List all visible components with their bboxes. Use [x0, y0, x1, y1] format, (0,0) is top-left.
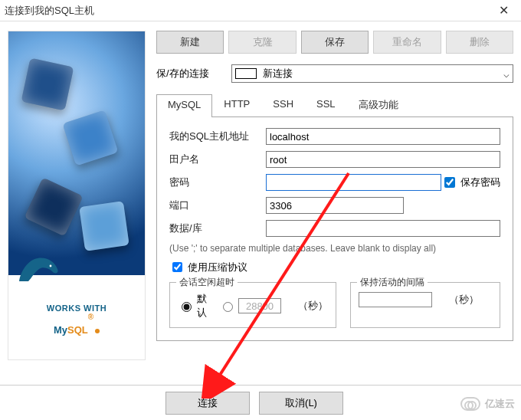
username-label: 田户名 — [169, 153, 266, 166]
content-area: WORKS WITH MySQL® 新建 克隆 保存 重命名 删除 保/存的连接… — [0, 21, 521, 385]
keepalive-group: 保持活动的间隔 （秒） — [350, 282, 500, 328]
keepalive-legend: 保持活动的间隔 — [357, 276, 428, 289]
close-icon[interactable]: ✕ — [490, 3, 516, 18]
watermark-text: 亿速云 — [485, 397, 515, 411]
top-buttons: 新建 克隆 保存 重命名 删除 — [156, 31, 513, 54]
password-label: 密码 — [169, 176, 266, 189]
idle-custom-radio[interactable] — [223, 302, 233, 312]
bottom-bar: 连接 取消(L) — [0, 385, 521, 415]
tab-page-mysql: 我的SQL主机地址 田户名 密码 保存密码 端口 数据/库 — [156, 117, 513, 341]
save-password-checkbox[interactable] — [444, 177, 455, 188]
password-input[interactable] — [266, 174, 441, 191]
idle-default-label: 默认 — [197, 292, 207, 320]
delete-button: 删除 — [446, 31, 513, 54]
tab-mysql[interactable]: MySQL — [156, 94, 212, 117]
idle-custom-input[interactable] — [238, 298, 281, 313]
works-with-text: WORKS WITH — [47, 304, 106, 313]
clone-button: 克隆 — [228, 31, 296, 54]
chevron-down-icon: ⌵ — [503, 68, 510, 80]
right-panel: 新建 克隆 保存 重命名 删除 保/存的连接 新连接 ⌵ MySQL HTTP … — [156, 31, 513, 385]
host-label: 我的SQL主机地址 — [169, 130, 266, 143]
svg-point-0 — [50, 265, 52, 267]
saved-connection-label: 保/存的连接 — [156, 67, 225, 80]
keepalive-unit: （秒） — [449, 293, 479, 307]
mysql-wordmark: MySQL® — [54, 313, 100, 339]
sidebar-image: WORKS WITH MySQL® — [8, 31, 146, 360]
save-button[interactable]: 保存 — [301, 31, 369, 54]
connection-color-swatch — [235, 68, 257, 79]
idle-default-radio[interactable] — [182, 302, 192, 312]
tab-ssl[interactable]: SSL — [305, 94, 347, 116]
new-button[interactable]: 新建 — [156, 31, 224, 54]
tab-http[interactable]: HTTP — [212, 94, 261, 116]
cancel-button[interactable]: 取消(L) — [259, 392, 343, 415]
dolphin-icon — [16, 255, 61, 286]
idle-timeout-group: 会话空闲超时 默认 （秒） — [169, 282, 336, 328]
watermark: 亿速云 — [460, 397, 515, 411]
database-input[interactable] — [266, 220, 500, 237]
window-title: 连接到我的SQL主机 — [5, 4, 490, 18]
port-label: 端口 — [169, 199, 266, 212]
tab-ssh[interactable]: SSH — [261, 94, 305, 116]
compress-checkbox[interactable] — [172, 262, 182, 272]
idle-unit: （秒） — [298, 299, 328, 313]
database-hint: (Use ';' to separate multiple databases.… — [169, 243, 500, 254]
puzzle-graphic — [8, 31, 145, 275]
database-label: 数据/库 — [169, 221, 266, 235]
idle-timeout-legend: 会话空闲超时 — [176, 276, 238, 289]
tabstrip: MySQL HTTP SSH SSL 高级功能 — [156, 94, 513, 117]
port-input[interactable] — [266, 197, 404, 214]
keepalive-input[interactable] — [359, 292, 432, 307]
saved-connection-combo[interactable]: 新连接 ⌵ — [231, 64, 513, 83]
saved-connection-row: 保/存的连接 新连接 ⌵ — [156, 64, 513, 83]
tab-advanced[interactable]: 高级功能 — [347, 94, 410, 116]
saved-connection-selected: 新连接 — [263, 67, 293, 80]
connect-button[interactable]: 连接 — [165, 392, 250, 415]
watermark-icon — [460, 397, 480, 411]
save-password-label: 保存密码 — [460, 176, 500, 189]
compress-label: 使用压缩协议 — [188, 261, 247, 274]
mysql-logo-area: WORKS WITH MySQL® — [8, 275, 145, 359]
rename-button: 重命名 — [373, 31, 441, 54]
titlebar: 连接到我的SQL主机 ✕ — [0, 0, 521, 21]
username-input[interactable] — [266, 151, 500, 168]
host-input[interactable] — [266, 128, 500, 145]
